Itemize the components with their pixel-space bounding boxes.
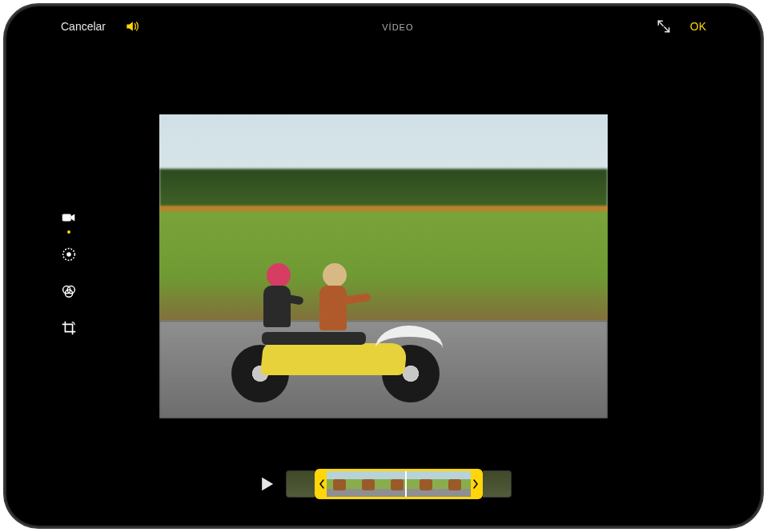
timeline-outside-thumb: [286, 470, 315, 498]
preview-riders: [231, 242, 440, 402]
edit-tool-strip: [58, 206, 80, 339]
timeline-bar: [51, 466, 716, 502]
fullscreen-button[interactable]: [655, 18, 673, 35]
svg-point-2: [66, 252, 71, 257]
video-preview[interactable]: [159, 114, 608, 418]
filters-icon: [60, 282, 78, 300]
play-icon: [255, 473, 278, 495]
preview-fender: [375, 326, 443, 358]
crop-icon: [60, 319, 78, 337]
trim-handle-right[interactable]: [471, 471, 480, 497]
timeline-thumb: [384, 471, 413, 497]
adjust-icon: [60, 246, 78, 263]
svg-rect-0: [62, 214, 71, 221]
ipad-frame: Cancelar VÍDEO: [6, 6, 761, 526]
play-button[interactable]: [255, 473, 278, 495]
video-icon: [60, 209, 78, 226]
top-bar-center: VÍDEO: [141, 20, 655, 33]
timeline-outside-thumb: [483, 470, 512, 498]
timeline[interactable]: [286, 470, 512, 498]
top-bar: Cancelar VÍDEO: [51, 14, 716, 38]
tool-adjust[interactable]: [58, 243, 80, 266]
tool-crop[interactable]: [58, 317, 80, 339]
preview-driver: [311, 263, 355, 343]
volume-button[interactable]: [123, 18, 141, 35]
active-indicator: [67, 230, 70, 234]
page-title: VÍDEO: [382, 22, 413, 32]
cancel-button[interactable]: Cancelar: [56, 17, 110, 36]
timeline-thumb: [327, 471, 355, 497]
chevron-left-icon: [319, 479, 324, 489]
tool-filters[interactable]: [58, 280, 80, 302]
tool-video[interactable]: [58, 206, 80, 229]
video-preview-area: [51, 38, 716, 518]
chevron-right-icon: [473, 479, 478, 489]
timeline-thumb: [355, 471, 384, 497]
volume-icon: [124, 18, 140, 34]
trim-handle-left[interactable]: [317, 471, 327, 497]
timeline-thumb: [413, 471, 442, 497]
preview-passenger: [255, 263, 299, 343]
timeline-thumb: [442, 471, 471, 497]
done-button[interactable]: OK: [685, 17, 711, 36]
trim-selection: [315, 469, 483, 499]
top-bar-left: Cancelar: [56, 17, 141, 36]
playhead[interactable]: [405, 469, 407, 499]
screen: Cancelar VÍDEO: [51, 14, 716, 518]
expand-icon: [656, 18, 672, 34]
top-bar-right: OK: [655, 17, 711, 36]
